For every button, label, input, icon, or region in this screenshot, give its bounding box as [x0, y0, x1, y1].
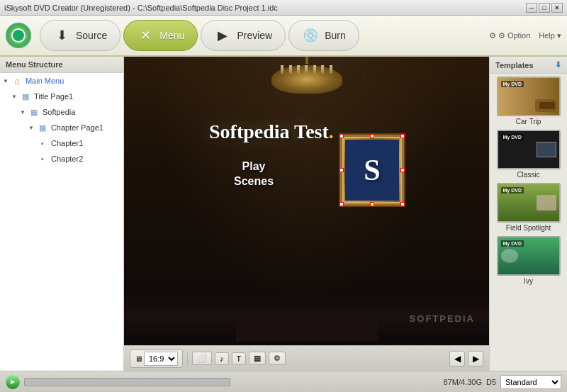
resize-handle-lm[interactable]: [339, 168, 344, 172]
template-label-field: Field Spotlight: [506, 224, 551, 232]
template-thumb-cartrip: My DVD: [497, 77, 561, 116]
prev-arrow-button[interactable]: ◀: [449, 351, 465, 366]
template-label-cartrip: Car Trip: [516, 118, 541, 125]
chandelier-drop: [289, 65, 292, 74]
tmpl-label-mydvd3: My DVD: [501, 187, 524, 194]
chapters-button[interactable]: ▦: [249, 352, 266, 365]
expand-arrow-softpedia: ▼: [20, 109, 26, 116]
tree-label-softpedia: Softpedia: [43, 108, 120, 116]
softpedia-watermark: SOFTPEDIA: [410, 313, 475, 324]
template-thumb-classic: My DVD: [497, 130, 561, 169]
tree-item-softpedia[interactable]: ▼ ▦ Softpedia: [17, 104, 123, 120]
template-preview-ivy: My DVD: [498, 237, 559, 274]
main-area: Menu Structure ▼ ⌂ Main Menu ▼ ▦ Title P…: [0, 57, 567, 371]
template-item-ivy[interactable]: My DVD Ivy: [493, 236, 564, 285]
maximize-button[interactable]: □: [539, 3, 550, 13]
frame-outer: S: [340, 135, 404, 206]
size-label: 87M/4.30G: [444, 378, 482, 386]
chandelier-drop: [297, 65, 300, 74]
preview-tab-label: Preview: [237, 30, 272, 41]
tree-label-chapter1: Chapter1: [51, 139, 120, 147]
settings-button[interactable]: ⚙: [269, 352, 286, 365]
chandelier-drops: [271, 65, 342, 74]
resize-handle-tm[interactable]: [370, 134, 374, 138]
left-panel: Menu Structure ▼ ⌂ Main Menu ▼ ▦ Title P…: [0, 57, 124, 371]
menu-title-dot: .: [329, 121, 334, 142]
burn-tab[interactable]: 💿 Burn: [288, 20, 359, 51]
template-item-field[interactable]: My DVD Field Spotlight: [493, 183, 564, 232]
template-thumb-ivy: My DVD: [497, 236, 561, 276]
picture-frame[interactable]: S: [340, 135, 404, 206]
minimize-button[interactable]: ─: [526, 3, 537, 13]
tree-item-chapter2[interactable]: ▪ Chapter2: [34, 151, 123, 167]
right-panel: Templates ⬇ My DVD Car Trip M: [489, 57, 567, 371]
menu-structure-header: Menu Structure: [0, 57, 123, 73]
close-button[interactable]: ✕: [551, 3, 563, 13]
next-arrow-button[interactable]: ▶: [468, 351, 483, 366]
chapters-icon: ▦: [254, 354, 261, 363]
preview-icon: ▶: [214, 27, 231, 44]
audio-icon: ♪: [220, 354, 224, 363]
preview-tab[interactable]: ▶ Preview: [201, 20, 286, 51]
template-item-classic[interactable]: My DVD Classic: [493, 130, 564, 179]
help-button[interactable]: Help ▾: [539, 31, 561, 40]
tree-label-chapter-page1: Chapter Page1: [51, 123, 120, 132]
status-play-icon: ▶: [11, 379, 15, 385]
dvd-menu-background: Softpedia Test. PlayScenes S: [124, 57, 489, 345]
chandelier-stem: [305, 57, 308, 64]
template-preview-classic: My DVD: [498, 131, 559, 168]
templates-list: My DVD Car Trip My DVD Classic: [490, 74, 567, 371]
source-icon: ⬇: [53, 27, 70, 44]
resize-handle-bl[interactable]: [339, 202, 344, 206]
film-icon-softpedia: ▦: [28, 106, 40, 118]
app-logo: [6, 23, 31, 48]
tree-item-chapter1[interactable]: ▪ Chapter1: [34, 135, 123, 151]
tree-label-main-menu: Main Menu: [26, 77, 120, 85]
template-thumb-field: My DVD: [497, 183, 561, 223]
resize-handle-tl[interactable]: [339, 134, 344, 138]
help-label: Help ▾: [539, 31, 561, 40]
home-icon: ⌂: [11, 75, 23, 86]
tree-item-chapter-page1[interactable]: ▼ ▦ Chapter Page1: [26, 120, 123, 135]
progress-bar: [24, 378, 230, 386]
tree-label-chapter2: Chapter2: [51, 155, 120, 163]
option-icon: ⚙: [489, 31, 496, 40]
titlebar: iSkysoft DVD Creator (Unregistered) - C:…: [0, 0, 567, 16]
text-button[interactable]: T: [232, 352, 247, 365]
chandelier-decoration: [264, 64, 349, 106]
menu-icon: ✕: [137, 27, 154, 44]
menu-tab-label: Menu: [159, 30, 184, 41]
ratio-select[interactable]: 16:9 4:3: [144, 352, 178, 366]
statusbar: ▶ 87M/4.30G D5 Standard High Quality Bes…: [0, 371, 567, 392]
resize-handle-rm[interactable]: [400, 168, 405, 172]
resize-handle-tr[interactable]: [400, 134, 405, 138]
tree-item-title-page1[interactable]: ▼ ▦ Title Page1: [9, 89, 123, 104]
menu-scenes-text: PlayScenes: [234, 159, 274, 189]
resize-handle-bm[interactable]: [370, 202, 374, 206]
burn-tab-label: Burn: [325, 30, 346, 41]
quality-select[interactable]: Standard High Quality Best Quality: [500, 375, 561, 389]
monitor-icon: 🖥: [135, 354, 142, 363]
chandelier-drop: [305, 65, 308, 74]
text-icon: T: [237, 354, 242, 363]
titlebar-controls: ─ □ ✕: [526, 3, 563, 13]
menu-tab[interactable]: ✕ Menu: [123, 20, 198, 51]
audio-button[interactable]: ♪: [215, 352, 229, 365]
source-tab[interactable]: ⬇ Source: [40, 20, 120, 51]
burn-icon: 💿: [302, 27, 319, 44]
frame-inner: S: [345, 140, 399, 201]
preview-area[interactable]: Softpedia Test. PlayScenes S: [124, 57, 489, 345]
couch-silhouette: [236, 313, 378, 342]
template-label-ivy: Ivy: [524, 277, 533, 285]
subtitle-button[interactable]: ⬜: [192, 352, 212, 365]
aspect-ratio-selector[interactable]: 🖥 16:9 4:3: [130, 349, 183, 368]
right-scrollbar[interactable]: [557, 57, 567, 354]
template-item-cartrip[interactable]: My DVD Car Trip: [493, 77, 564, 125]
frame-letter: S: [364, 153, 380, 187]
tree-item-main-menu[interactable]: ▼ ⌂ Main Menu: [0, 73, 123, 89]
film-icon-title: ▦: [20, 91, 31, 102]
resize-handle-br[interactable]: [400, 202, 405, 206]
expand-arrow-title: ▼: [11, 94, 17, 100]
expand-arrow-chapter-page1: ▼: [28, 125, 34, 131]
option-button[interactable]: ⚙ ⚙ Option: [489, 31, 530, 40]
